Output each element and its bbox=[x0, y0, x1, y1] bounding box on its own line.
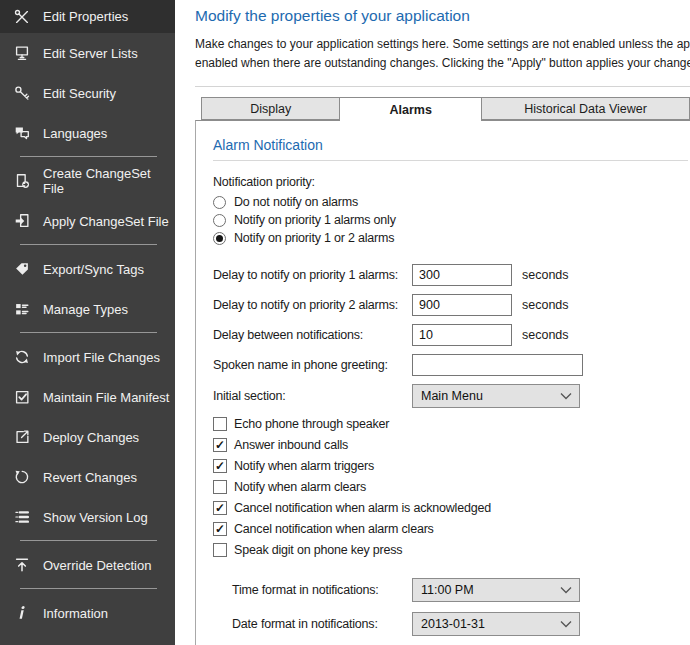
radio-button[interactable] bbox=[213, 214, 226, 227]
sidebar-item-revert-changes[interactable]: Revert Changes bbox=[0, 457, 175, 497]
field-suffix: seconds bbox=[522, 298, 569, 312]
sidebar-item-edit-security[interactable]: Edit Security bbox=[0, 73, 175, 113]
page-title: Modify the properties of your applicatio… bbox=[195, 7, 690, 25]
radio-notify-priority-1-or-2[interactable]: Notify on priority 1 or 2 alarms bbox=[213, 229, 688, 247]
sidebar-item-label: Edit Security bbox=[43, 86, 116, 101]
tab-bar: Display Alarms Historical Data Viewer bbox=[201, 96, 690, 120]
radio-button[interactable] bbox=[213, 196, 226, 209]
check-mark: ✓ bbox=[215, 460, 225, 472]
chevron-down-icon bbox=[560, 586, 572, 594]
checkbox-echo-phone[interactable]: Echo phone through speaker bbox=[213, 416, 688, 432]
sidebar-item-edit-properties[interactable]: Edit Properties bbox=[0, 0, 175, 33]
sidebar-item-label: Create ChangeSet File bbox=[43, 166, 175, 196]
field-row-delay-priority-2: Delay to notify on priority 2 alarms: se… bbox=[213, 294, 688, 316]
info-icon bbox=[13, 604, 31, 622]
checkbox-label: Answer inbound calls bbox=[234, 438, 348, 452]
sidebar-divider bbox=[20, 332, 157, 333]
sidebar-item-label: Override Detection bbox=[43, 558, 151, 573]
spoken-name-input[interactable] bbox=[412, 354, 583, 376]
sidebar-item-label: Apply ChangeSet File bbox=[43, 214, 169, 229]
field-label: Delay between notifications: bbox=[213, 328, 412, 342]
dropdown-selected-value: 11:00 PM bbox=[421, 583, 474, 597]
sidebar-item-deploy-changes[interactable]: Deploy Changes bbox=[0, 417, 175, 457]
checkbox-label: Echo phone through speaker bbox=[234, 417, 389, 431]
checkbox[interactable] bbox=[213, 543, 227, 557]
sidebar-divider bbox=[20, 540, 157, 541]
field-label: Initial section: bbox=[213, 389, 412, 403]
checkbox-cancel-on-acknowledged[interactable]: ✓ Cancel notification when alarm is ackn… bbox=[213, 500, 688, 516]
sidebar-item-maintain-file-manifest[interactable]: Maintain File Manifest bbox=[0, 377, 175, 417]
description-line-2: enabled when there are outstanding chang… bbox=[195, 54, 690, 73]
sidebar: Edit Properties Edit Server Lists Edit S… bbox=[0, 0, 175, 645]
sidebar-item-create-changeset-file[interactable]: Create ChangeSet File bbox=[0, 161, 175, 201]
sidebar-item-languages[interactable]: Languages bbox=[0, 113, 175, 153]
checkbox-checked[interactable]: ✓ bbox=[213, 459, 227, 473]
deploy-icon bbox=[13, 428, 31, 446]
radio-button-selected[interactable] bbox=[213, 232, 226, 245]
sidebar-item-import-file-changes[interactable]: Import File Changes bbox=[0, 337, 175, 377]
field-suffix: seconds bbox=[522, 328, 569, 342]
initial-section-dropdown[interactable]: Main Menu bbox=[412, 384, 580, 408]
refresh-icon bbox=[13, 348, 31, 366]
server-icon bbox=[13, 44, 31, 62]
radio-label: Do not notify on alarms bbox=[234, 195, 358, 209]
checkbox-notify-triggers[interactable]: ✓ Notify when alarm triggers bbox=[213, 458, 688, 474]
field-row-spoken-name: Spoken name in phone greeting: bbox=[213, 354, 688, 376]
checked-box-icon bbox=[13, 388, 31, 406]
checkbox[interactable] bbox=[213, 417, 227, 431]
override-up-icon bbox=[13, 556, 31, 574]
sidebar-item-edit-server-lists[interactable]: Edit Server Lists bbox=[0, 33, 175, 73]
time-format-dropdown[interactable]: 11:00 PM bbox=[412, 578, 580, 602]
list-grid-icon bbox=[13, 300, 31, 318]
sidebar-item-label: Information bbox=[43, 606, 108, 621]
version-log-icon bbox=[13, 508, 31, 526]
radio-do-not-notify[interactable]: Do not notify on alarms bbox=[213, 193, 688, 211]
sidebar-item-label: Maintain File Manifest bbox=[43, 390, 169, 405]
sidebar-item-apply-changeset-file[interactable]: Apply ChangeSet File bbox=[0, 201, 175, 241]
checkbox-checked[interactable]: ✓ bbox=[213, 438, 227, 452]
checkbox-checked[interactable]: ✓ bbox=[213, 501, 227, 515]
sidebar-item-export-sync-tags[interactable]: Export/Sync Tags bbox=[0, 249, 175, 289]
tab-alarms[interactable]: Alarms bbox=[339, 97, 482, 121]
sidebar-item-label: Edit Server Lists bbox=[43, 46, 138, 61]
field-label: Date format in notifications: bbox=[232, 617, 412, 631]
speech-bubbles-icon bbox=[13, 124, 31, 142]
date-format-dropdown[interactable]: 2013-01-31 bbox=[412, 612, 580, 636]
field-row-delay-priority-1: Delay to notify on priority 1 alarms: se… bbox=[213, 264, 688, 286]
chevron-down-icon bbox=[560, 392, 572, 400]
radio-notify-priority-1-only[interactable]: Notify on priority 1 alarms only bbox=[213, 211, 688, 229]
notification-priority-radio-group: Do not notify on alarms Notify on priori… bbox=[213, 193, 688, 247]
checkbox[interactable] bbox=[213, 480, 227, 494]
checkbox-notify-clears[interactable]: Notify when alarm clears bbox=[213, 479, 688, 495]
alarm-checkbox-group: Echo phone through speaker ✓ Answer inbo… bbox=[213, 416, 688, 558]
tag-icon bbox=[13, 260, 31, 278]
sidebar-item-override-detection[interactable]: Override Detection bbox=[0, 545, 175, 585]
sidebar-item-show-version-log[interactable]: Show Version Log bbox=[0, 497, 175, 537]
sidebar-item-label: Deploy Changes bbox=[43, 430, 139, 445]
checkbox-label: Notify when alarm clears bbox=[234, 480, 366, 494]
field-label: Spoken name in phone greeting: bbox=[213, 358, 412, 372]
checkbox-checked[interactable]: ✓ bbox=[213, 522, 227, 536]
radio-label: Notify on priority 1 or 2 alarms bbox=[234, 231, 394, 245]
checkbox-answer-inbound[interactable]: ✓ Answer inbound calls bbox=[213, 437, 688, 453]
tab-display[interactable]: Display bbox=[201, 97, 340, 120]
delay-between-notifications-input[interactable] bbox=[412, 324, 512, 346]
file-import-icon bbox=[13, 212, 31, 230]
section-title-alarm-notification: Alarm Notification bbox=[213, 137, 688, 161]
tab-historical-data-viewer[interactable]: Historical Data Viewer bbox=[481, 97, 690, 120]
sidebar-item-label: Show Version Log bbox=[43, 510, 148, 525]
sidebar-item-label: Revert Changes bbox=[43, 470, 137, 485]
alarms-tab-panel: Alarm Notification Notification priority… bbox=[195, 120, 690, 645]
sidebar-item-information[interactable]: Information bbox=[0, 593, 175, 633]
field-label: Delay to notify on priority 2 alarms: bbox=[213, 298, 412, 312]
checkbox-speak-digit[interactable]: Speak digit on phone key press bbox=[213, 542, 688, 558]
delay-priority-2-input[interactable] bbox=[412, 294, 512, 316]
sidebar-item-manage-types[interactable]: Manage Types bbox=[0, 289, 175, 329]
checkbox-label: Notify when alarm triggers bbox=[234, 459, 374, 473]
delay-priority-1-input[interactable] bbox=[412, 264, 512, 286]
sidebar-item-label: Languages bbox=[43, 126, 107, 141]
description-line-1: Make changes to your application setting… bbox=[195, 35, 690, 54]
checkbox-cancel-on-clears[interactable]: ✓ Cancel notification when alarm clears bbox=[213, 521, 688, 537]
key-icon bbox=[13, 84, 31, 102]
checkbox-label: Cancel notification when alarm clears bbox=[234, 522, 434, 536]
